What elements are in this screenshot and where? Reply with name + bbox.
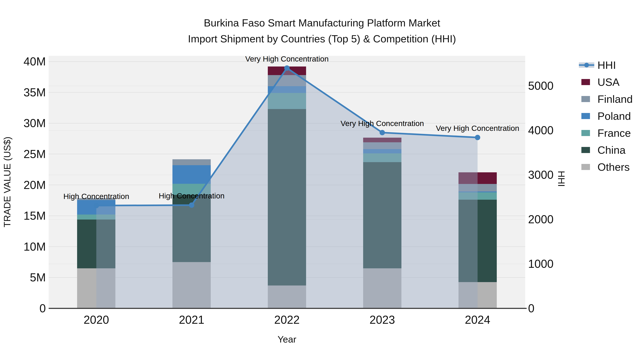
annotation-2020: High Concentration <box>63 192 129 201</box>
bar-segment-usa-2024 <box>458 172 497 184</box>
y-left-tick-label: 40M <box>0 55 46 68</box>
bar-segment-china-2021 <box>172 195 211 262</box>
chart-title: Burkina Faso Smart Manufacturing Platfor… <box>0 15 644 31</box>
bar-segment-france-2023 <box>363 153 402 162</box>
legend-label-hhi: HHI <box>598 59 616 71</box>
bar-segment-china-2023 <box>363 162 402 268</box>
legend-swatch-china <box>582 147 590 153</box>
bar-segment-china-2022 <box>268 109 306 286</box>
bar-segment-poland-2020 <box>77 200 116 215</box>
bar-segment-poland-2022 <box>268 86 306 93</box>
y-axis-title-left: TRADE VALUE (US$) <box>2 137 12 227</box>
bar-segment-china-2024 <box>458 200 497 282</box>
bar-segment-poland-2024 <box>458 191 497 192</box>
legend-swatch-others <box>582 164 590 170</box>
annotation-2021: High Concentration <box>159 191 224 200</box>
x-tick-label-2021: 2021 <box>156 313 227 327</box>
bar-segment-poland-2023 <box>363 149 402 153</box>
bar-segment-france-2024 <box>458 192 497 200</box>
annotation-2023: Very High Concentration <box>340 119 424 128</box>
bar-segment-usa-2022 <box>268 66 306 75</box>
legend-label-poland: Poland <box>598 110 631 122</box>
y-left-tick-label: 0 <box>0 302 46 315</box>
hhi-marker-legend-sample <box>584 63 589 67</box>
legend-swatch-france <box>582 130 590 136</box>
x-axis-line <box>49 308 527 309</box>
bar-segment-others-2022 <box>268 286 306 308</box>
legend-label-others: Others <box>598 161 630 173</box>
x-axis-title: Year <box>278 334 296 345</box>
legend-label-usa: USA <box>598 76 620 88</box>
x-tick-label-2022: 2022 <box>251 313 323 327</box>
annotation-2024: Very High Concentration <box>436 124 519 133</box>
bar-segment-usa-2023 <box>363 138 402 142</box>
x-tick-label-2023: 2023 <box>346 313 418 327</box>
bar-segment-others-2021 <box>172 262 211 308</box>
legend-label-china: China <box>598 144 626 156</box>
y-left-tick-label: 5M <box>0 271 46 284</box>
y-right-tick-label: 1000 <box>528 257 600 271</box>
x-tick-label-2020: 2020 <box>60 313 132 327</box>
legend-label-finland: Finland <box>598 93 633 105</box>
y-left-tick-label: 30M <box>0 117 46 130</box>
bar-segment-poland-2021 <box>172 165 211 184</box>
figure: Burkina Faso Smart Manufacturing Platfor… <box>0 0 644 362</box>
y-axis-title-right: HHI <box>556 171 567 187</box>
legend-swatch-poland <box>582 113 590 119</box>
bar-segment-finland-2023 <box>363 142 402 149</box>
bar-segment-finland-2021 <box>172 159 211 165</box>
y-left-tick-label: 35M <box>0 86 46 99</box>
bar-segment-others-2024 <box>458 282 497 308</box>
bar-segment-france-2020 <box>77 215 116 220</box>
bar-segment-others-2020 <box>77 268 116 308</box>
legend-swatch-usa <box>582 79 590 85</box>
bar-segment-finland-2022 <box>268 75 306 86</box>
y-right-tick-label: 0 <box>528 302 600 315</box>
legend-swatch-finland <box>582 96 590 102</box>
bar-segment-france-2022 <box>268 93 306 109</box>
y-right-tick-label: 2000 <box>528 213 600 226</box>
y-left-tick-label: 10M <box>0 240 46 253</box>
x-tick-label-2024: 2024 <box>442 313 514 327</box>
chart-subtitle: Import Shipment by Countries (Top 5) & C… <box>0 31 644 47</box>
bar-segment-others-2023 <box>363 268 402 308</box>
bar-segment-china-2020 <box>77 220 116 268</box>
bar-segment-finland-2024 <box>458 184 497 191</box>
annotation-2022: Very High Concentration <box>245 54 328 63</box>
legend-label-france: France <box>598 127 631 139</box>
